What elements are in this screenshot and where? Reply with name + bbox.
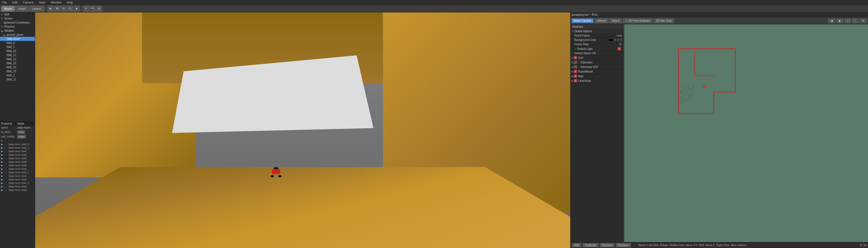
link-row-0[interactable]: ▶ link baby-room::Wall_0 bbox=[0, 143, 35, 146]
link-row-6[interactable]: ▶ link baby-room::Wall... bbox=[0, 164, 35, 167]
rviz-tool-move-camera[interactable]: Move Camera bbox=[571, 19, 594, 23]
tree-item-spherical[interactable]: Spherical Coordinates bbox=[0, 21, 35, 25]
tree-item-wall-19[interactable]: Wall_19 bbox=[0, 69, 35, 73]
display-odometry[interactable]: ▶ ⎪ Odometry bbox=[570, 60, 623, 65]
grid-checkbox[interactable]: ✓ bbox=[574, 56, 577, 59]
rviz-nav-right[interactable]: ▶ bbox=[836, 19, 843, 23]
rviz-tool-2d-nav[interactable]: 2D Nav Goal bbox=[654, 19, 674, 23]
rviz-tool-select[interactable]: Select bbox=[610, 19, 622, 23]
display-bg-color[interactable]: Background Color 0; 0; 0 bbox=[570, 38, 623, 42]
display-odometry-ekf[interactable]: ▶ ─ Odometry EKF bbox=[570, 65, 623, 69]
tree-item-wall-15[interactable]: Wall_15 bbox=[0, 65, 35, 69]
link-row-1[interactable]: ▶ link baby-room::Wall_1 bbox=[0, 146, 35, 150]
display-map[interactable]: ▶ ✓ Map bbox=[570, 74, 623, 79]
rviz-tool-2d-pose[interactable]: ✔ 2D Pose Estimate bbox=[623, 19, 653, 23]
rviz-nav-zoom-in[interactable]: + bbox=[844, 19, 851, 23]
fixed-frame-value[interactable]: map bbox=[617, 34, 622, 37]
menu-help[interactable]: Help bbox=[66, 1, 74, 4]
color-swatch[interactable] bbox=[609, 39, 613, 41]
tool-scale[interactable]: ⇱ bbox=[67, 6, 73, 12]
menu-window[interactable]: Window bbox=[50, 1, 62, 4]
link-row-pose[interactable]: ▶ pose bbox=[0, 139, 35, 143]
tree-item-ground-plane[interactable]: ground_plane bbox=[0, 33, 35, 37]
link-row-3[interactable]: ▶ link baby-room::Wall... bbox=[0, 153, 35, 157]
tab-world[interactable]: World bbox=[1, 6, 15, 12]
menu-edit[interactable]: Edit bbox=[11, 1, 19, 4]
display-grid[interactable]: ▶ ✓ Grid bbox=[570, 56, 623, 60]
robot-model-checkbox[interactable]: ✓ bbox=[574, 70, 577, 73]
expand-icon: ▶ bbox=[571, 80, 573, 82]
link-row-11[interactable]: ▶ link baby-room::Wall_3 bbox=[0, 181, 35, 185]
link-row-8[interactable]: ▶ link baby-room::Wall_2 bbox=[0, 171, 35, 174]
tool-rotate[interactable]: ↻ bbox=[61, 6, 67, 12]
link-row-10[interactable]: ▶ link baby-room::Wall... bbox=[0, 178, 35, 181]
tree-item-baby-room[interactable]: baby-room bbox=[0, 37, 35, 41]
tool-select[interactable]: ▶ bbox=[48, 6, 54, 12]
rviz-add-btn[interactable]: Add bbox=[571, 243, 581, 247]
link-row-12[interactable]: ▶ link baby-room::Wall... bbox=[0, 185, 35, 188]
tab-insert[interactable]: Insert bbox=[16, 6, 29, 12]
tree-item-physics[interactable]: ► Physics bbox=[0, 25, 35, 29]
odometry-ekf-checkbox[interactable] bbox=[574, 65, 577, 68]
tool-camera[interactable]: 📷 bbox=[90, 6, 96, 12]
frame-rate-value[interactable]: 30 bbox=[619, 43, 622, 46]
bool-badge-false: False bbox=[17, 135, 26, 138]
tree-item-wall-11[interactable]: Wall_11 bbox=[0, 53, 35, 57]
menu-file[interactable]: File bbox=[1, 1, 8, 4]
tree-item-wall-21[interactable]: Wall_21 bbox=[0, 78, 35, 82]
rviz-settings[interactable]: ⚙ bbox=[860, 19, 867, 23]
prop-name-val[interactable]: baby-room bbox=[16, 126, 35, 130]
robot-model-label: RobotModel bbox=[578, 70, 622, 73]
link-row-2[interactable]: ▶ link baby-room::Wall... bbox=[0, 150, 35, 153]
tree-item-wall-0[interactable]: Wall_0 bbox=[0, 41, 35, 45]
menu-view[interactable]: View bbox=[38, 1, 46, 4]
tool-snap[interactable]: ■ bbox=[73, 6, 80, 12]
expand-icon bbox=[1, 29, 3, 32]
display-frame-rate[interactable]: Frame Rate 30 bbox=[570, 42, 623, 46]
display-default-light[interactable]: ✓ Default Light ✓ bbox=[570, 46, 623, 51]
3d-viewport[interactable] bbox=[35, 12, 570, 248]
link-label-8: ▶ link bbox=[0, 171, 7, 174]
display-global-status[interactable]: ✓ Global Status: Ok bbox=[570, 51, 623, 56]
tree-item-scene[interactable]: ► Scene bbox=[0, 17, 35, 21]
rviz-displays: Displays ▼ Global Options Fixed Frame ma… bbox=[570, 24, 623, 242]
rviz-map-view[interactable] bbox=[624, 24, 868, 242]
link-row-4[interactable]: ▶ link baby-room::Wall... bbox=[0, 157, 35, 160]
tree-item-wall-1[interactable]: Wall_1 bbox=[0, 45, 35, 49]
tree-item-gui[interactable]: ► GUI bbox=[0, 12, 35, 17]
display-laser-scan[interactable]: ▶ ✓ LaserScan bbox=[570, 79, 623, 83]
rviz-duplicate-btn[interactable]: Duplicate bbox=[583, 243, 599, 247]
tree-item-wall-2[interactable]: Wall_2 bbox=[0, 73, 35, 78]
tab-layers[interactable]: Layers bbox=[29, 6, 44, 12]
default-light-checkbox[interactable]: ✓ bbox=[618, 47, 621, 50]
tree-item-wall-12[interactable]: Wall_12 bbox=[0, 57, 35, 61]
link-row-7[interactable]: ▶ link baby-room::Wall... bbox=[0, 167, 35, 171]
display-global-options[interactable]: ▼ Global Options bbox=[570, 29, 623, 34]
tool-translate[interactable]: ✠ bbox=[54, 6, 60, 12]
rviz-nav-left[interactable]: ◀ bbox=[828, 19, 835, 23]
tool-light[interactable]: ☀ bbox=[83, 6, 89, 12]
laser-scan-checkbox[interactable]: ✓ bbox=[574, 79, 577, 82]
prop-collide-val[interactable]: False bbox=[16, 134, 35, 139]
link-row-5[interactable]: ▶ link baby-room::Wall... bbox=[0, 160, 35, 164]
svg-rect-0 bbox=[624, 24, 868, 242]
rviz-nav-zoom-out[interactable]: − bbox=[852, 19, 859, 23]
link-row-13[interactable]: ▶ link baby-room::Wall... bbox=[0, 188, 35, 192]
tree-item-wall-13[interactable]: Wall_13 bbox=[0, 61, 35, 65]
rviz-rename-btn[interactable]: Rename bbox=[616, 243, 631, 247]
link-row-9[interactable]: ▶ link baby-room::Wall... bbox=[0, 174, 35, 178]
link-label-9: ▶ link bbox=[0, 174, 7, 178]
tree-item-models[interactable]: Models bbox=[0, 29, 35, 33]
tree-item-wall-10[interactable]: Wall_10 bbox=[0, 49, 35, 53]
fixed-frame-label: Fixed Frame bbox=[574, 34, 617, 37]
display-fixed-frame[interactable]: Fixed Frame map bbox=[570, 34, 623, 38]
rviz-remove-btn[interactable]: Remove bbox=[600, 243, 615, 247]
menu-camera[interactable]: Camera bbox=[22, 1, 35, 4]
link-val-13: baby-room::Wall... bbox=[7, 188, 35, 192]
rviz-tool-interact[interactable]: Interact bbox=[595, 19, 609, 23]
odometry-checkbox[interactable] bbox=[574, 61, 577, 64]
tool-physics[interactable]: ⚙ bbox=[96, 6, 102, 12]
prop-static-val[interactable]: True bbox=[16, 130, 35, 134]
display-robot-model[interactable]: ▶ ✓ RobotModel bbox=[570, 69, 623, 74]
map-checkbox[interactable]: ✓ bbox=[574, 74, 577, 78]
